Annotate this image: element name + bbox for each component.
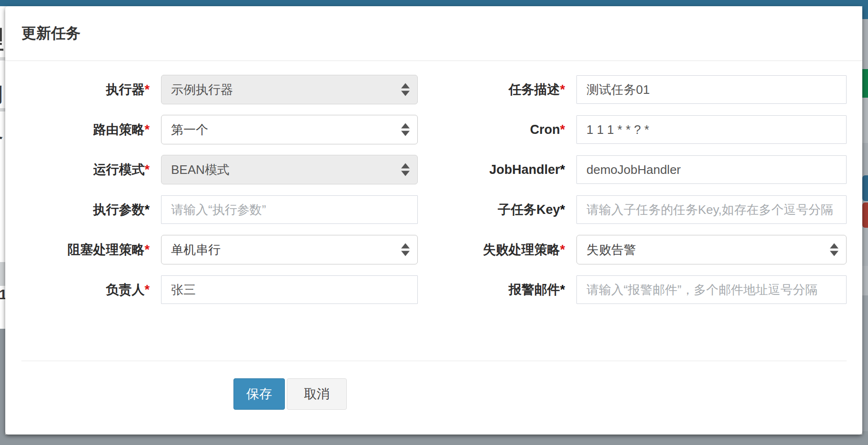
run-mode-select[interactable]: BEAN模式 — [161, 155, 418, 184]
background-block-fragment — [862, 98, 868, 143]
form-group-exec-param: 执行参数* — [21, 195, 418, 224]
field-label: 子任务Key* — [434, 201, 576, 218]
modal-header: 更新任务 — [5, 6, 862, 61]
block-strategy-select-value: 单机串行 — [171, 242, 221, 258]
field-label: 负责人* — [21, 281, 161, 298]
block-strategy-select[interactable]: 单机串行 — [161, 235, 418, 264]
field-label: 路由策略* — [21, 121, 161, 138]
field-label: 失败处理策略* — [434, 241, 576, 258]
child-jobkey-input[interactable] — [576, 195, 847, 224]
background-block-fragment — [862, 143, 868, 175]
form-group-jobhandler: JobHandler* — [434, 155, 847, 184]
background-left-strip: 理 例 务 1 — [0, 6, 5, 435]
form-group-cron: Cron* — [434, 115, 847, 144]
background-block-fragment — [862, 19, 868, 69]
form-group-executor: 执行器* 示例执行器 — [21, 75, 418, 104]
modal-body: 执行器* 示例执行器 路由策略* 第一个 运行模 — [5, 61, 862, 435]
green-button-fragment — [862, 69, 868, 98]
modal-title: 更新任务 — [21, 25, 81, 41]
background-text-fragment: 理 — [0, 23, 4, 57]
background-divider-fragment — [0, 108, 5, 111]
form-group-route-strategy: 路由策略* 第一个 — [21, 115, 418, 144]
field-label: 阻塞处理策略* — [21, 241, 161, 258]
alarm-email-input[interactable] — [576, 275, 847, 304]
form-column-right: 任务描述* Cron* JobHandler* 子任务Key* — [434, 75, 847, 315]
navbar-fragment — [862, 0, 868, 19]
form-group-job-desc: 任务描述* — [434, 75, 847, 104]
run-mode-select-value: BEAN模式 — [171, 162, 230, 178]
select-arrows-icon — [401, 123, 410, 136]
form-group-fail-strategy: 失败处理策略* 失败告警 — [434, 235, 847, 264]
select-arrows-icon — [401, 243, 410, 256]
form-group-run-mode: 运行模式* BEAN模式 — [21, 155, 418, 184]
blue-button-fragment — [862, 175, 868, 201]
exec-param-input[interactable] — [161, 195, 418, 224]
fail-strategy-select-value: 失败告警 — [586, 242, 636, 258]
background-block-fragment — [0, 329, 5, 435]
field-label: 任务描述* — [434, 81, 576, 98]
form-group-alarm-email: 报警邮件* — [434, 275, 847, 304]
background-block-fragment — [862, 295, 868, 431]
background-block-fragment — [0, 262, 5, 286]
red-button-fragment — [862, 202, 868, 228]
update-job-modal: 更新任务 执行器* 示例执行器 路由策略* 第一个 — [5, 6, 862, 435]
jobhandler-input[interactable] — [576, 155, 847, 184]
field-label: JobHandler* — [434, 162, 576, 177]
background-block-fragment — [862, 266, 868, 295]
navbar-strip — [0, 0, 868, 6]
fail-strategy-select[interactable]: 失败告警 — [576, 235, 847, 264]
cancel-button[interactable]: 取消 — [287, 378, 347, 410]
owner-input[interactable] — [161, 275, 418, 304]
select-arrows-icon — [401, 83, 410, 96]
select-arrows-icon — [830, 243, 838, 256]
field-label: 执行参数* — [21, 201, 161, 218]
executor-select-value: 示例执行器 — [171, 81, 233, 98]
field-label: 执行器* — [21, 81, 161, 98]
field-label: Cron* — [434, 122, 576, 137]
form-group-block-strategy: 阻塞处理策略* 单机串行 — [21, 235, 418, 264]
background-right-strip — [862, 0, 868, 445]
field-label: 运行模式* — [21, 161, 161, 178]
field-label: 报警邮件* — [434, 281, 576, 298]
background-text-fragment: 务 — [0, 124, 3, 151]
form-group-child-jobkey: 子任务Key* — [434, 195, 847, 224]
save-button[interactable]: 保存 — [233, 378, 285, 410]
modal-backdrop — [0, 435, 868, 445]
background-divider-fragment — [0, 57, 5, 61]
route-strategy-select-value: 第一个 — [171, 121, 208, 138]
job-desc-input[interactable] — [576, 75, 847, 104]
executor-select[interactable]: 示例执行器 — [161, 75, 418, 104]
background-text-fragment: 1 — [0, 286, 5, 303]
select-arrows-icon — [401, 163, 410, 176]
form-group-owner: 负责人* — [21, 275, 418, 304]
route-strategy-select[interactable]: 第一个 — [161, 115, 418, 144]
background-text-fragment: 例 — [0, 81, 3, 108]
form-column-left: 执行器* 示例执行器 路由策略* 第一个 运行模 — [21, 75, 418, 315]
cron-input[interactable] — [576, 115, 847, 144]
footer-divider — [21, 361, 847, 361]
background-block-fragment — [862, 228, 868, 266]
